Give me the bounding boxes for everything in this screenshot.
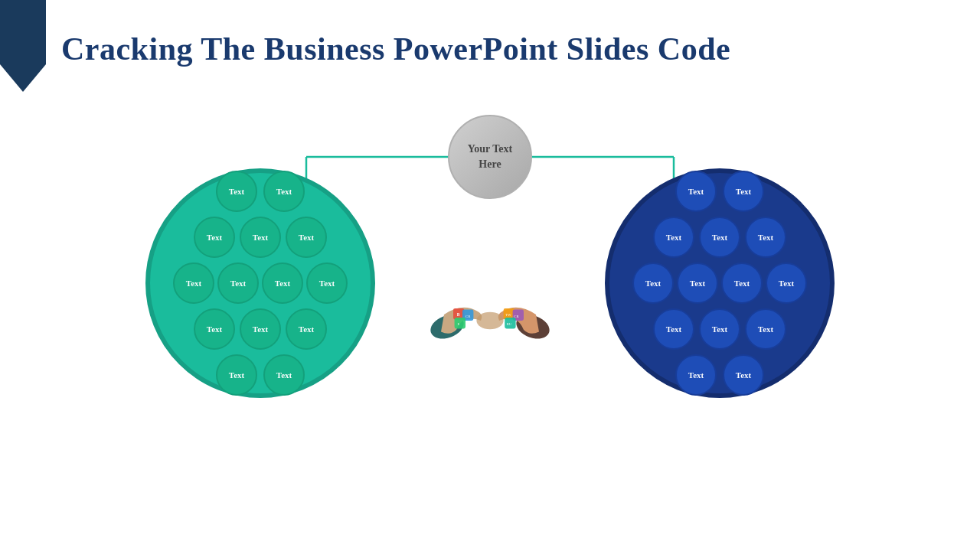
- list-item: Text: [745, 308, 786, 350]
- list-item: Text: [286, 308, 327, 350]
- header-section: Cracking The Business PowerPoint Slides …: [61, 31, 949, 67]
- handshake-svg: B CR E TW CR BU: [429, 253, 551, 352]
- list-item: Text: [240, 217, 281, 258]
- list-item: Text: [677, 262, 718, 304]
- top-circle-text: Your Text Here: [468, 142, 512, 171]
- list-item: Text: [766, 262, 807, 304]
- list-item: Text: [632, 262, 674, 304]
- list-item: Text: [263, 171, 305, 212]
- list-item: Text: [699, 308, 740, 350]
- right-bubbles-container: Text Text Text Text Text Text Text Text …: [625, 163, 815, 403]
- left-bubbles-container: Text Text Text Text Text Text Text Text …: [165, 163, 355, 403]
- right-row-3: Text Text Text Text: [632, 262, 807, 304]
- right-row-5: Text Text: [632, 354, 807, 396]
- list-item: Text: [194, 308, 235, 350]
- right-row-2: Text Text Text: [632, 217, 807, 258]
- right-big-circle: Text Text Text Text Text Text Text Text …: [605, 168, 835, 398]
- list-item: Text: [262, 262, 303, 304]
- list-item: Text: [263, 354, 305, 396]
- page-title: Cracking The Business PowerPoint Slides …: [61, 31, 949, 67]
- list-item: Text: [217, 262, 259, 304]
- top-circle-line2: Here: [479, 158, 501, 170]
- left-row-3: Text Text Text Text: [173, 262, 348, 304]
- top-center-circle: Your Text Here: [448, 115, 532, 199]
- svg-text:B: B: [457, 312, 460, 317]
- svg-point-18: [476, 312, 503, 329]
- list-item: Text: [745, 217, 786, 258]
- left-big-circle: Text Text Text Text Text Text Text Text …: [145, 168, 375, 398]
- svg-text:CR: CR: [466, 315, 471, 318]
- left-row-5: Text Text: [173, 354, 348, 396]
- right-row-1: Text Text: [632, 171, 807, 212]
- list-item: Text: [723, 171, 764, 212]
- list-item: Text: [675, 354, 717, 396]
- left-row-1: Text Text: [173, 171, 348, 212]
- svg-rect-7: [455, 318, 466, 328]
- list-item: Text: [675, 171, 717, 212]
- svg-text:BU: BU: [507, 322, 512, 326]
- svg-text:TW: TW: [505, 313, 511, 317]
- top-circle-line1: Your Text: [468, 143, 512, 155]
- list-item: Text: [240, 308, 281, 350]
- list-item: Text: [173, 262, 214, 304]
- list-item: Text: [723, 354, 764, 396]
- list-item: Text: [653, 217, 694, 258]
- list-item: Text: [216, 171, 257, 212]
- svg-text:CR: CR: [514, 315, 519, 318]
- list-item: Text: [653, 308, 694, 350]
- list-item: Text: [194, 217, 235, 258]
- list-item: Text: [286, 217, 327, 258]
- list-item: Text: [306, 262, 348, 304]
- diagram-container: Your Text Here Text Text Text Text Text …: [0, 99, 980, 551]
- left-accent-shape: [0, 0, 46, 92]
- right-row-4: Text Text Text: [632, 308, 807, 350]
- list-item: Text: [699, 217, 740, 258]
- list-item: Text: [721, 262, 763, 304]
- handshake-image: B CR E TW CR BU: [421, 241, 559, 364]
- left-row-2: Text Text Text: [173, 217, 348, 258]
- left-row-4: Text Text Text: [173, 308, 348, 350]
- svg-text:E: E: [458, 322, 460, 326]
- list-item: Text: [216, 354, 257, 396]
